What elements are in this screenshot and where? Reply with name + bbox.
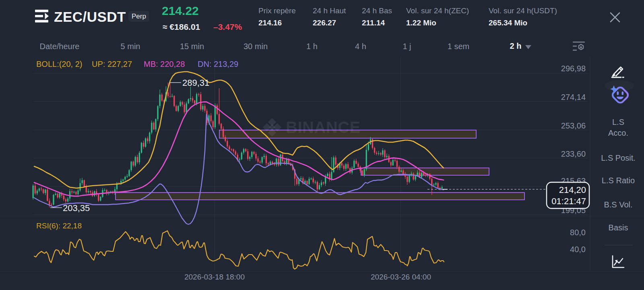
svg-text:80,0: 80,0 [570, 228, 586, 237]
svg-text:274,14: 274,14 [561, 93, 586, 102]
svg-text:MB: 220,28: MB: 220,28 [144, 60, 185, 68]
svg-text:BINANCE: BINANCE [286, 118, 361, 136]
svg-text:233,60: 233,60 [561, 149, 586, 158]
svg-text:40,0: 40,0 [570, 245, 586, 254]
svg-text:296,98: 296,98 [561, 64, 586, 73]
svg-text:DN: 213,29: DN: 213,29 [198, 60, 238, 68]
svg-text:253,06: 253,06 [561, 121, 586, 130]
svg-text:RSI(6): 22,18: RSI(6): 22,18 [36, 222, 82, 230]
svg-text:203,35: 203,35 [63, 203, 90, 213]
svg-text:BOLL:(20, 2): BOLL:(20, 2) [36, 60, 83, 68]
svg-text:2026-03-18 18:00: 2026-03-18 18:00 [184, 273, 245, 281]
svg-text:01:21:47: 01:21:47 [551, 196, 586, 206]
svg-text:2026-03-26 04:00: 2026-03-26 04:00 [371, 273, 431, 281]
svg-text:UP: 227,27: UP: 227,27 [92, 60, 132, 68]
svg-text:289,31: 289,31 [182, 78, 209, 88]
svg-text:214,20: 214,20 [559, 185, 586, 195]
